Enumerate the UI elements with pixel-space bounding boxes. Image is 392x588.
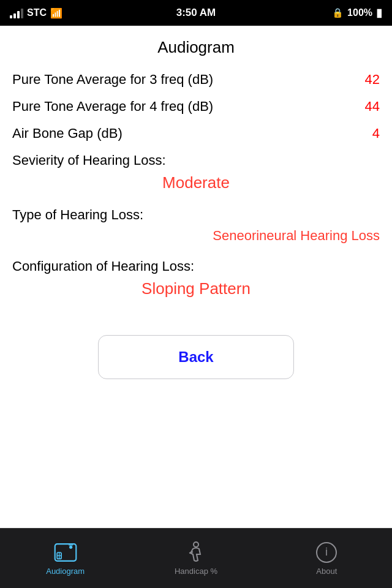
label-4freq: Pure Tone Average for 4 freq (dB) <box>12 99 213 115</box>
main-content: Audiogram Pure Tone Average for 3 freq (… <box>0 26 392 379</box>
tab-handicap[interactable]: Handicap % <box>130 529 261 588</box>
back-button[interactable]: Back <box>98 335 294 379</box>
value-4freq: 44 <box>365 99 380 115</box>
tab-audiogram-label: Audiogram <box>46 567 85 576</box>
status-time: 3:50 AM <box>176 7 216 19</box>
type-label: Type of Hearing Loss: <box>12 207 380 223</box>
value-abg: 4 <box>372 126 380 141</box>
signal-bars-icon <box>10 7 23 18</box>
svg-text:i: i <box>325 546 328 558</box>
config-label: Configuration of Hearing Loss: <box>12 258 380 274</box>
audiogram-tab-icon <box>54 541 77 564</box>
carrier-label: STC <box>27 7 47 18</box>
battery-icon: ▮ <box>376 6 382 20</box>
lock-icon: 🔒 <box>332 7 344 18</box>
severity-section: Sevierity of Hearing Loss: Moderate <box>12 153 380 192</box>
tab-audiogram[interactable]: Audiogram <box>0 529 130 588</box>
tab-bar: Audiogram Handicap % i About <box>0 528 392 588</box>
data-row-3freq: Pure Tone Average for 3 freq (dB) 42 <box>12 72 380 88</box>
tab-handicap-label: Handicap % <box>175 567 217 576</box>
tab-about-label: About <box>316 567 337 576</box>
config-section: Configuration of Hearing Loss: Sloping P… <box>12 258 380 298</box>
data-row-4freq: Pure Tone Average for 4 freq (dB) 44 <box>12 99 380 115</box>
svg-point-6 <box>194 542 198 547</box>
severity-label: Sevierity of Hearing Loss: <box>12 153 380 168</box>
wifi-icon: 📶 <box>50 7 62 19</box>
handicap-tab-icon <box>184 541 208 564</box>
value-3freq: 42 <box>365 72 380 88</box>
data-row-abg: Air Bone Gap (dB) 4 <box>12 126 380 141</box>
tab-about[interactable]: i About <box>262 529 392 588</box>
config-value: Sloping Pattern <box>12 279 380 298</box>
back-button-container: Back <box>12 335 380 379</box>
about-tab-icon: i <box>315 541 338 564</box>
label-abg: Air Bone Gap (dB) <box>12 126 123 141</box>
svg-point-1 <box>69 546 72 549</box>
label-3freq: Pure Tone Average for 3 freq (dB) <box>12 72 213 88</box>
status-bar: STC 📶 3:50 AM 🔒 100% ▮ <box>0 0 392 26</box>
status-right: 🔒 100% ▮ <box>332 6 382 20</box>
type-value: Seneorineural Hearing Loss <box>12 228 380 244</box>
page-title: Audiogram <box>12 38 380 57</box>
battery-label: 100% <box>347 7 372 18</box>
severity-value: Moderate <box>12 173 380 192</box>
type-section: Type of Hearing Loss: Seneorineural Hear… <box>12 207 380 244</box>
status-left: STC 📶 <box>10 7 62 19</box>
